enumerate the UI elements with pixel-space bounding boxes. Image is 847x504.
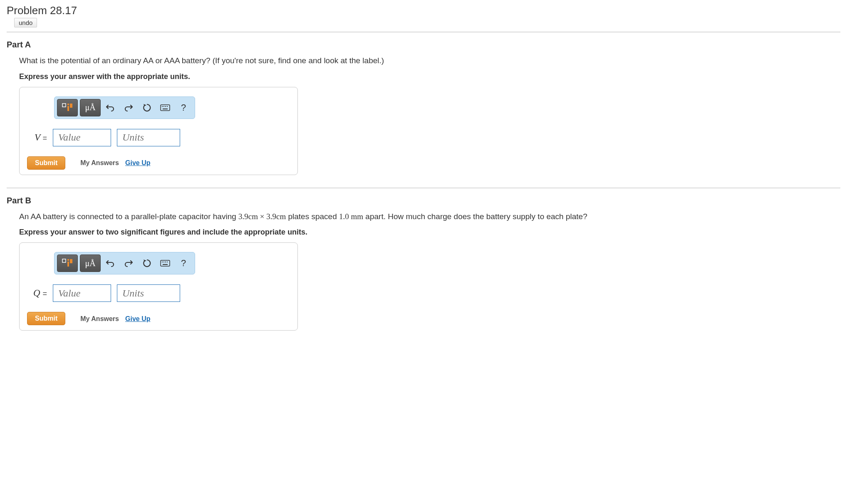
part-b-input-row: Q = bbox=[29, 284, 290, 302]
q-text: An AA battery is connected to a parallel… bbox=[19, 212, 238, 221]
keyboard-icon[interactable] bbox=[156, 100, 174, 115]
svg-rect-8 bbox=[167, 106, 168, 107]
problem-title: Problem 28.17 bbox=[7, 4, 840, 17]
q-dim1: 3.9cm bbox=[238, 212, 258, 221]
svg-rect-17 bbox=[165, 262, 166, 262]
keyboard-icon[interactable] bbox=[156, 256, 174, 271]
special-chars-label: μÅ bbox=[85, 259, 95, 268]
submit-button[interactable]: Submit bbox=[27, 156, 65, 170]
redo-icon[interactable] bbox=[120, 256, 137, 271]
divider bbox=[7, 32, 840, 32]
help-icon[interactable]: ? bbox=[175, 100, 192, 115]
part-a-instruction: Express your answer with the appropriate… bbox=[19, 72, 840, 81]
svg-rect-16 bbox=[163, 262, 164, 262]
special-chars-icon[interactable]: μÅ bbox=[80, 254, 101, 272]
part-b-question: An AA battery is connected to a parallel… bbox=[19, 211, 840, 222]
svg-rect-9 bbox=[163, 109, 168, 109]
part-a-variable: V = bbox=[29, 132, 47, 143]
svg-rect-6 bbox=[163, 106, 164, 107]
redo-icon[interactable] bbox=[120, 100, 137, 115]
part-a-label: Part A bbox=[7, 40, 840, 49]
give-up-link[interactable]: Give Up bbox=[125, 159, 150, 166]
part-a-input-row: V = bbox=[29, 129, 290, 146]
fraction-template-icon[interactable] bbox=[57, 254, 78, 272]
reset-icon[interactable] bbox=[138, 256, 156, 271]
part-b-instruction: Express your answer to two significant f… bbox=[19, 228, 840, 237]
help-icon[interactable]: ? bbox=[175, 256, 192, 271]
part-a-units-input[interactable] bbox=[117, 129, 180, 146]
part-b-variable: Q = bbox=[29, 288, 47, 299]
svg-rect-1 bbox=[67, 104, 69, 105]
undo-button[interactable]: undo bbox=[14, 18, 37, 27]
part-a-value-input[interactable] bbox=[53, 129, 111, 146]
my-answers-link[interactable]: My Answers bbox=[80, 159, 119, 166]
svg-rect-11 bbox=[67, 259, 69, 261]
part-b: Part B An AA battery is connected to a p… bbox=[7, 196, 840, 331]
svg-rect-0 bbox=[62, 104, 66, 107]
special-chars-label: μÅ bbox=[85, 103, 95, 112]
svg-rect-5 bbox=[162, 106, 163, 107]
formatting-toolbar: μÅ ? bbox=[54, 252, 195, 274]
reset-icon[interactable] bbox=[138, 100, 156, 115]
part-a-question: What is the potential of an ordinary AA … bbox=[19, 55, 840, 67]
part-a: Part A What is the potential of an ordin… bbox=[7, 40, 840, 175]
q-spacing-val: 1.0 bbox=[339, 212, 349, 221]
fraction-template-icon[interactable] bbox=[57, 99, 78, 116]
svg-rect-10 bbox=[62, 259, 66, 262]
part-a-answer-box: μÅ ? bbox=[19, 87, 298, 175]
undo-icon[interactable] bbox=[102, 100, 119, 115]
q-spacing-unit: mm bbox=[349, 212, 363, 221]
svg-rect-7 bbox=[165, 106, 166, 107]
svg-rect-19 bbox=[163, 264, 168, 265]
part-a-actions: Submit My Answers Give Up bbox=[27, 156, 290, 170]
svg-rect-14 bbox=[161, 260, 170, 266]
undo-icon[interactable] bbox=[102, 256, 119, 271]
svg-rect-12 bbox=[67, 262, 69, 267]
part-b-units-input[interactable] bbox=[117, 284, 180, 302]
give-up-link[interactable]: Give Up bbox=[125, 315, 150, 322]
formatting-toolbar: μÅ ? bbox=[54, 96, 195, 119]
submit-button[interactable]: Submit bbox=[27, 312, 65, 325]
svg-rect-3 bbox=[70, 104, 72, 108]
q-dim2: 3.9cm bbox=[266, 212, 286, 221]
part-b-answer-box: μÅ ? bbox=[19, 242, 298, 331]
svg-rect-2 bbox=[67, 106, 69, 111]
q-text: apart. How much charge does the battery … bbox=[363, 212, 587, 221]
special-chars-icon[interactable]: μÅ bbox=[80, 99, 101, 116]
part-b-label: Part B bbox=[7, 196, 840, 205]
svg-rect-13 bbox=[70, 259, 72, 263]
divider bbox=[7, 188, 840, 188]
part-b-actions: Submit My Answers Give Up bbox=[27, 312, 290, 325]
help-label: ? bbox=[181, 102, 186, 113]
q-text: plates spaced bbox=[286, 212, 339, 221]
svg-rect-4 bbox=[161, 105, 170, 111]
svg-rect-15 bbox=[162, 262, 163, 262]
q-times: × bbox=[258, 212, 266, 221]
help-label: ? bbox=[181, 258, 186, 269]
part-b-value-input[interactable] bbox=[53, 284, 111, 302]
svg-rect-18 bbox=[167, 262, 168, 262]
my-answers-link[interactable]: My Answers bbox=[80, 315, 119, 322]
